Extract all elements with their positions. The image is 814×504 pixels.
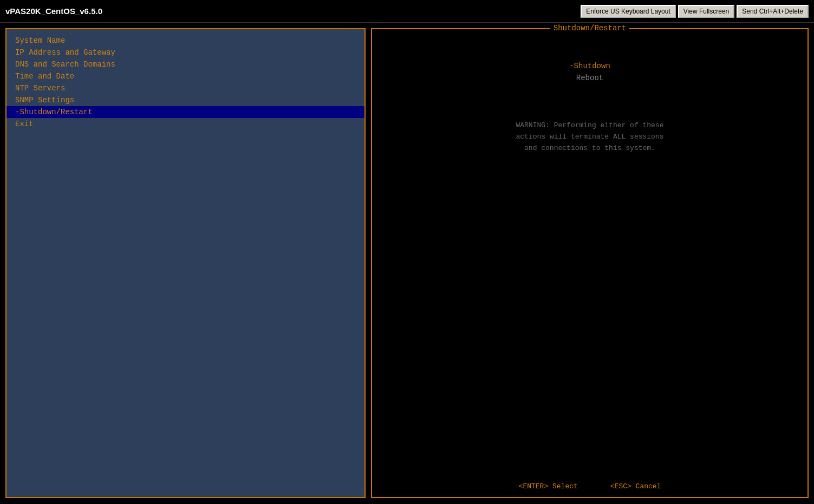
right-panel-title: Shutdown/Restart	[550, 24, 629, 32]
menu-item-dns[interactable]: DNS and Search Domains	[6, 58, 364, 70]
menu-item-time-date[interactable]: Time and Date	[6, 70, 364, 82]
left-panel: System Name IP Address and Gateway DNS a…	[5, 28, 366, 498]
enforce-keyboard-button[interactable]: Enforce US Keyboard Layout	[581, 5, 675, 18]
send-ctrl-alt-del-button[interactable]: Send Ctrl+Alt+Delete	[737, 5, 809, 18]
shutdown-option[interactable]: -Shutdown	[569, 62, 610, 70]
right-panel: Shutdown/Restart -Shutdown Reboot WARNIN…	[371, 28, 809, 498]
main-area: System Name IP Address and Gateway DNS a…	[0, 23, 814, 504]
menu-item-shutdown-restart[interactable]: -Shutdown/Restart	[6, 106, 364, 118]
menu-item-ntp-servers[interactable]: NTP Servers	[6, 82, 364, 94]
app-title: vPAS20K_CentOS_v6.5.0	[5, 6, 102, 16]
bottom-hints: <ENTER> Select <ESC> Cancel	[372, 476, 808, 497]
menu-item-ip-address[interactable]: IP Address and Gateway	[6, 47, 364, 58]
menu-item-snmp-settings[interactable]: SNMP Settings	[6, 94, 364, 106]
view-fullscreen-button[interactable]: View Fullscreen	[678, 5, 734, 18]
enter-hint: <ENTER> Select	[519, 482, 578, 490]
topbar-buttons: Enforce US Keyboard Layout View Fullscre…	[581, 5, 809, 18]
reboot-option[interactable]: Reboot	[576, 74, 603, 82]
esc-hint: <ESC> Cancel	[610, 482, 661, 490]
topbar: vPAS20K_CentOS_v6.5.0 Enforce US Keyboar…	[0, 0, 814, 23]
menu-item-system-name[interactable]: System Name	[6, 35, 364, 47]
warning-text: WARNING: Performing either of these acti…	[516, 120, 663, 154]
right-content: -Shutdown Reboot WARNING: Performing eit…	[372, 29, 808, 476]
menu-item-exit[interactable]: Exit	[6, 118, 364, 130]
